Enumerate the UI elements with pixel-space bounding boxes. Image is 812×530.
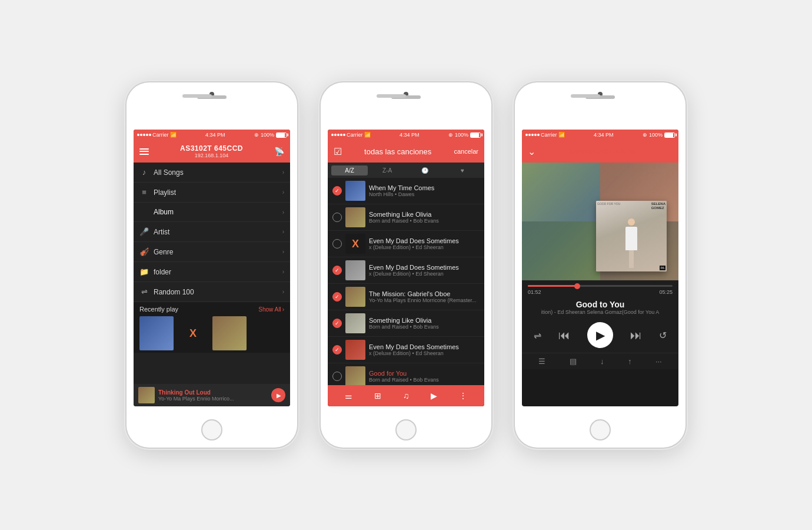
play-icon-small: ▶	[277, 392, 281, 399]
info-btn[interactable]: ▤	[570, 357, 577, 366]
repeat-btn[interactable]: ↺	[659, 330, 667, 341]
pl-sub-5: Yo-Yo Ma Plays Ennio Morricone (Remaster…	[369, 297, 480, 303]
phone3-header: ⌄ Desconectado Música ···	[522, 140, 678, 163]
player-song-sub: ition) - Ed Sheeran Selena Gomaz(Good fo…	[528, 309, 673, 315]
check-8[interactable]	[332, 372, 342, 381]
menu-playlist[interactable]: ≡ Playlist ›	[134, 183, 290, 203]
status-left-3: Carrier 📶	[525, 132, 565, 138]
sort-time[interactable]: 🕐	[407, 165, 443, 175]
sort-fav[interactable]: ♥	[444, 165, 481, 175]
album-thumbs: X	[139, 316, 284, 350]
playlist-item-7[interactable]: Even My Dad Does Sometimes x (Deluxe Edi…	[328, 337, 484, 363]
home-button-3[interactable]	[590, 419, 611, 440]
pl-title-1: When My Time Comes	[369, 184, 480, 191]
pl-info-6: Something Like Olivia Born and Raised • …	[369, 317, 480, 330]
download-btn[interactable]: ↓	[600, 357, 604, 366]
recently-play-section: Recently play Show All › X	[134, 302, 290, 353]
phone-1: Carrier 📶 4:34 PM ⊕ 100% AS3102T 645CCD …	[127, 82, 297, 448]
recently-label: Recently play	[139, 306, 178, 313]
progress-thumb[interactable]	[574, 283, 580, 289]
home-button-1[interactable]	[201, 419, 222, 440]
phone-3: Carrier 📶 4:34 PM ⊕ 100% ⌄ Desconectado …	[515, 82, 685, 448]
progress-track[interactable]	[528, 285, 673, 287]
hamburger-menu[interactable]	[139, 148, 149, 155]
check-2[interactable]	[332, 213, 342, 222]
location-icon-3: ⊕	[643, 132, 647, 138]
collapse-btn[interactable]: ⌄	[528, 146, 535, 157]
more-icon[interactable]: ⋮	[459, 391, 467, 400]
music-note-icon: ♪	[139, 168, 149, 177]
thumb-1[interactable]	[139, 316, 174, 350]
np-play-btn[interactable]: ▶	[271, 388, 285, 402]
thumb-2[interactable]: X	[176, 316, 210, 350]
menu-genre[interactable]: 🎻 Genre ›	[134, 242, 290, 262]
playlist-item-5[interactable]: The Mission: Gabriel's Oboe Yo-Yo Ma Pla…	[328, 284, 484, 310]
screen-1: Carrier 📶 4:34 PM ⊕ 100% AS3102T 645CCD …	[134, 130, 290, 406]
cast-icon[interactable]: 📡	[274, 147, 284, 156]
speaker-3	[585, 95, 615, 99]
check-1[interactable]	[332, 186, 342, 196]
menu-artist[interactable]: 🎤 Artist ›	[134, 222, 290, 242]
sort-az[interactable]: A/Z	[331, 165, 368, 175]
status-left-1: Carrier 📶	[137, 132, 177, 138]
playlist-item-4[interactable]: Even My Dad Does Sometimes x (Deluxe Edi…	[328, 257, 484, 284]
pl-sub-7: x (Deluxe Edition) • Ed Sheeran	[369, 350, 480, 356]
playlist-item-6[interactable]: Something Like Olivia Born and Raised • …	[328, 310, 484, 337]
menu-random[interactable]: ⇌ Random 100 ›	[134, 282, 290, 302]
queue-btn[interactable]: ☰	[538, 357, 545, 366]
screen-3: Carrier 📶 4:34 PM ⊕ 100% ⌄ Desconectado …	[522, 130, 678, 406]
menu-album[interactable]: Album ›	[134, 203, 290, 222]
pl-thumb-8	[345, 366, 365, 385]
shuffle-btn[interactable]: ⇌	[534, 330, 541, 341]
playlist-item-8[interactable]: Good for You Born and Raised • Bob Evans	[328, 363, 484, 385]
playlist-add-icon[interactable]: ⊞	[374, 391, 381, 400]
thumb-3[interactable]	[212, 316, 247, 350]
carrier-3: Carrier	[541, 132, 557, 138]
wifi-2: 📶	[364, 132, 371, 138]
playlist-item-3[interactable]: X Even My Dad Does Sometimes x (Deluxe E…	[328, 231, 484, 257]
all-songs-label: All Songs	[154, 168, 184, 177]
player-actions: ☰ ▤ ↓ ↑ ···	[522, 353, 678, 369]
select-all-icon[interactable]: ☑	[334, 146, 342, 157]
time-total: 05:25	[659, 289, 673, 295]
check-3[interactable]	[332, 239, 342, 249]
player-controls: ⇌ ⏮ ▶ ⏭ ↺	[522, 317, 678, 353]
more-actions-btn[interactable]: ···	[655, 357, 662, 366]
share-btn[interactable]: ↑	[628, 357, 632, 366]
show-all-btn[interactable]: Show All ›	[258, 306, 284, 313]
next-btn[interactable]: ⏭	[630, 329, 642, 342]
menu-all-songs[interactable]: ♪ All Songs ›	[134, 163, 290, 183]
playlist-item-1[interactable]: When My Time Comes North Hills • Dawes	[328, 178, 484, 204]
recently-header: Recently play Show All ›	[139, 306, 284, 313]
status-right-3: ⊕ 100%	[643, 132, 675, 138]
now-playing-bar[interactable]: Thinking Out Loud Yo-Yo Ma Plays Ennio M…	[134, 384, 290, 406]
home-button-2[interactable]	[395, 419, 417, 440]
album-art-bg: SELENAGOMEZ PA GOOD FOR YOU	[522, 163, 678, 280]
play-all-icon[interactable]: ▶	[431, 391, 437, 400]
more-btn[interactable]: ···	[665, 147, 673, 156]
album-label: Album	[154, 208, 174, 216]
check-7[interactable]	[332, 345, 342, 355]
device-name: AS3102T 645CCD	[180, 144, 243, 153]
chevron-folder: ›	[282, 269, 284, 275]
status-bar-2: Carrier 📶 4:34 PM ⊕ 100%	[328, 130, 484, 140]
np-thumb	[138, 387, 155, 403]
check-5[interactable]	[332, 292, 342, 302]
signal-dots	[137, 134, 151, 136]
play-btn[interactable]: ▶	[587, 322, 613, 348]
cancel-button[interactable]: cancelar	[454, 148, 478, 155]
playlist-item-2[interactable]: Something Like Olivia Born and Raised • …	[328, 204, 484, 231]
music-add-icon[interactable]: ♫	[403, 391, 410, 400]
prev-btn[interactable]: ⏮	[558, 329, 570, 342]
pl-info-7: Even My Dad Does Sometimes x (Deluxe Edi…	[369, 343, 480, 356]
eq-icon[interactable]: ⚌	[345, 391, 352, 400]
pl-sub-3: x (Deluxe Edition) • Ed Sheeran	[369, 244, 480, 250]
sort-za[interactable]: Z-A	[369, 165, 405, 175]
check-4[interactable]	[332, 266, 342, 275]
check-6[interactable]	[332, 319, 342, 328]
playlist-screen-title: todas las canciones	[364, 147, 431, 156]
menu-folder[interactable]: 📁 folder ›	[134, 262, 290, 282]
pl-thumb-6	[345, 313, 365, 333]
phone-2: Carrier 📶 4:34 PM ⊕ 100% ☑ todas las can…	[321, 82, 491, 448]
np-sub: Yo-Yo Ma Plays Ennio Morrico...	[158, 396, 234, 402]
